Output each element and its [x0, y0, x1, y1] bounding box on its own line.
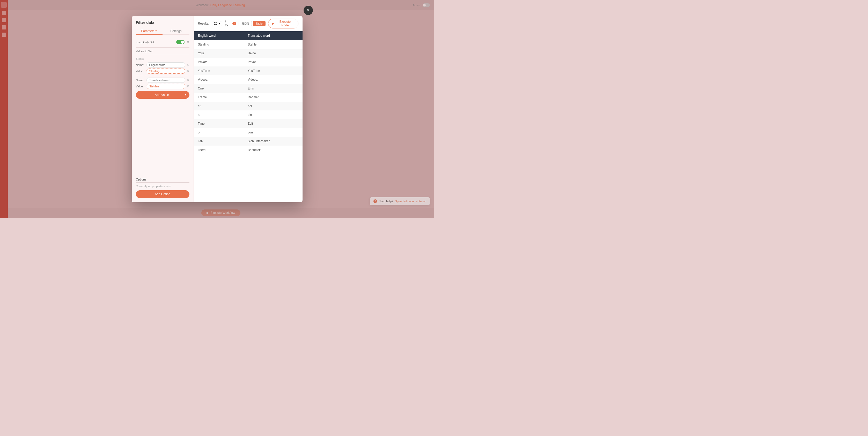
modal: Filter data Parameters Settings Keep Onl…	[132, 16, 303, 202]
tab-parameters[interactable]: Parameters	[136, 28, 163, 35]
table-cell: Time	[194, 119, 244, 128]
panel-title: Filter data	[136, 20, 189, 25]
tab-settings[interactable]: Settings	[162, 28, 189, 35]
table-row: PrivatePrivat	[194, 58, 303, 66]
value-label-2: Value:	[136, 85, 145, 88]
table-cell: Stealing	[194, 40, 244, 49]
modal-body: Filter data Parameters Settings Keep Onl…	[132, 16, 303, 202]
add-value-button[interactable]: Add Value ▾	[136, 91, 189, 99]
table-view-button[interactable]: Table	[253, 21, 265, 26]
results-table: English word Translated word StealingSte…	[194, 31, 303, 155]
table-cell: Zeit	[244, 119, 302, 128]
table-row: StealingStehlen	[194, 40, 303, 49]
table-cell: Videos,	[244, 75, 302, 84]
modal-close-button[interactable]: ×	[304, 6, 313, 15]
values-to-set-label: Values to Set:	[136, 49, 189, 53]
table-cell: Benutzer'	[244, 145, 302, 155]
data-table: English word Translated word StealingSte…	[194, 31, 303, 202]
chevron-down-icon: ▾	[185, 93, 186, 96]
json-view-button[interactable]: JSON	[239, 21, 252, 26]
keep-only-set-row: Keep Only Set: ⚙	[136, 40, 189, 44]
table-cell: users'	[194, 145, 244, 155]
table-cell: Frame	[194, 93, 244, 102]
name-value-2[interactable]: Translated word	[147, 77, 185, 83]
left-panel-header: Filter data Parameters Settings	[132, 16, 193, 38]
table-cell: One	[194, 84, 244, 93]
table-row: FrameRahmen	[194, 93, 303, 102]
results-count: 25	[214, 22, 217, 25]
divider-2	[136, 55, 189, 55]
entry-1-name-row: Name: English word ⚙	[136, 62, 189, 67]
col-translated-word: Translated word	[244, 31, 302, 40]
add-value-label: Add Value	[139, 93, 185, 97]
left-panel: Filter data Parameters Settings Keep Onl…	[132, 16, 194, 202]
value-value-2[interactable]: Stehlen	[147, 84, 185, 89]
entry-1-value-row: Value: Stealing ⚙	[136, 69, 189, 74]
separator-1	[136, 76, 189, 76]
string-label: String:	[136, 57, 189, 60]
results-label: Results:	[198, 22, 209, 25]
table-cell: Stehlen	[244, 40, 302, 49]
options-section: Options: Currently no properties exist A…	[132, 178, 193, 202]
table-row: aein	[194, 110, 303, 119]
table-cell: Talk	[194, 137, 244, 145]
gear-icon-1b[interactable]: ⚙	[187, 69, 189, 73]
table-row: ofvon	[194, 128, 303, 137]
value-label-1: Value:	[136, 70, 145, 73]
table-cell: bei	[244, 102, 302, 110]
entry-1: Name: English word ⚙ Value: Stealing ⚙	[136, 62, 189, 74]
table-row: atbei	[194, 102, 303, 110]
name-label-1: Name:	[136, 63, 145, 66]
table-cell: YouTube	[194, 66, 244, 75]
col-english-word: English word	[194, 31, 244, 40]
table-cell: Deine	[244, 49, 302, 58]
gear-icon-2b[interactable]: ⚙	[187, 85, 189, 88]
table-cell: Sich unterhalten	[244, 137, 302, 145]
table-head: English word Translated word	[194, 31, 303, 40]
modal-overlay: × Filter data Parameters Settings Keep O…	[0, 0, 434, 218]
keep-only-set-toggle[interactable]	[176, 40, 185, 44]
table-row: YouTubeYouTube	[194, 66, 303, 75]
table-cell: ein	[244, 110, 302, 119]
table-row: OneEins	[194, 84, 303, 93]
table-cell: of	[194, 128, 244, 137]
table-body: StealingStehlenYourDeinePrivatePrivatYou…	[194, 40, 303, 155]
table-cell: Privat	[244, 58, 302, 66]
results-count-select[interactable]: 25 ▾	[212, 21, 222, 26]
keep-only-set-label: Keep Only Set:	[136, 41, 155, 44]
modal-container: × Filter data Parameters Settings Keep O…	[132, 16, 303, 202]
gear-icon-1[interactable]: ⚙	[187, 63, 189, 66]
table-cell: Rahmen	[244, 93, 302, 102]
table-cell: Videos,	[194, 75, 244, 84]
table-cell: Eins	[244, 84, 302, 93]
table-row: YourDeine	[194, 49, 303, 58]
chevron-down-results-icon: ▾	[218, 22, 220, 25]
play-icon-node: ▶	[272, 22, 274, 25]
table-cell: Your	[194, 49, 244, 58]
table-cell: at	[194, 102, 244, 110]
table-row: TalkSich unterhalten	[194, 137, 303, 145]
gear-icon-2[interactable]: ⚙	[187, 78, 189, 82]
left-panel-content: Keep Only Set: ⚙ Values to Set: String:	[132, 38, 193, 178]
add-option-button[interactable]: Add Option	[136, 190, 189, 198]
tab-bar: Parameters Settings	[136, 28, 189, 35]
table-row: Videos,Videos,	[194, 75, 303, 84]
name-label-2: Name:	[136, 78, 145, 82]
execute-node-button[interactable]: ▶ Execute Node	[268, 19, 299, 28]
table-cell: Private	[194, 58, 244, 66]
options-label: Options:	[136, 178, 189, 181]
value-value-1[interactable]: Stealing	[147, 69, 185, 74]
no-properties-text: Currently no properties exist	[136, 185, 189, 188]
results-total: / 29	[225, 20, 230, 27]
entry-2-value-row: Value: Stehlen ⚙	[136, 84, 189, 89]
table-header-row: English word Translated word	[194, 31, 303, 40]
table-row: TimeZeit	[194, 119, 303, 128]
table-row: users'Benutzer'	[194, 145, 303, 155]
table-cell: a	[194, 110, 244, 119]
execute-node-label: Execute Node	[276, 20, 294, 27]
gear-icon-keep[interactable]: ⚙	[187, 40, 189, 44]
entry-2-name-row: Name: Translated word ⚙	[136, 77, 189, 83]
name-value-1[interactable]: English word	[147, 62, 185, 67]
table-cell: YouTube	[244, 66, 302, 75]
right-panel-header: Results: 25 ▾ / 29 ! JSON Table ▶	[194, 16, 303, 31]
